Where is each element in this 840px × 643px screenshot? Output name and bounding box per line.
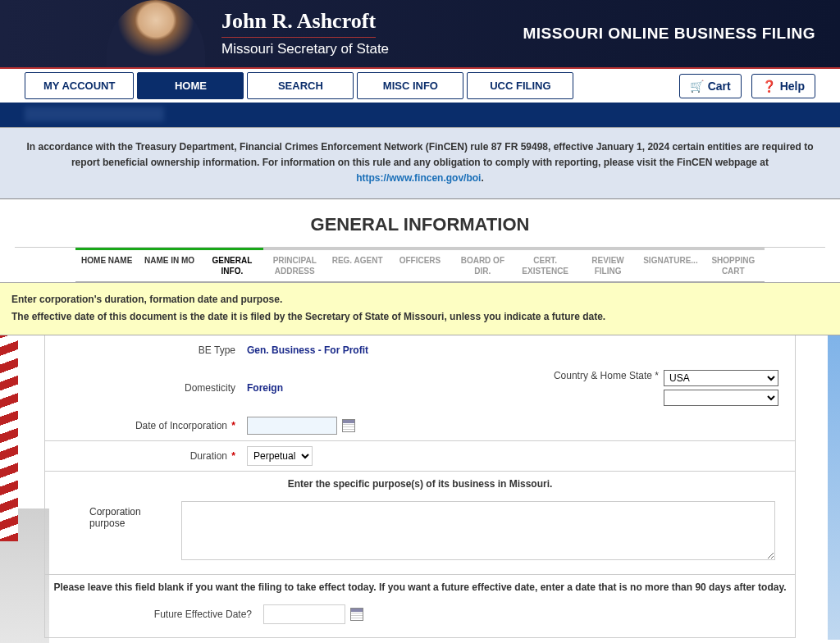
step-reg-agent[interactable]: REG. AGENT	[326, 248, 388, 281]
calendar-icon[interactable]	[342, 419, 355, 432]
nav-misc-info[interactable]: MISC INFO	[357, 72, 463, 99]
form-container: BE Type Gen. Business - For Profit Domes…	[44, 335, 796, 638]
domesticity-value: Foreign	[247, 382, 283, 394]
nav-my-account[interactable]: MY ACCOUNT	[25, 72, 134, 99]
domesticity-label: Domesticity	[45, 382, 242, 394]
fincen-link[interactable]: https://www.fincen.gov/boi	[356, 172, 481, 184]
be-type-label: BE Type	[45, 344, 242, 356]
step-board-of-dir[interactable]: BOARD OF DIR.	[451, 248, 514, 281]
purpose-textarea[interactable]	[181, 501, 775, 560]
wizard-steps: HOME NAME NAME IN MO GENERAL INFO. PRINC…	[75, 248, 765, 282]
home-state-select[interactable]	[664, 390, 778, 406]
cart-icon: 🛒	[690, 80, 704, 93]
step-general-info[interactable]: GENERAL INFO.	[201, 248, 263, 281]
calendar-icon[interactable]	[350, 608, 363, 621]
step-shopping-cart[interactable]: SHOPPING CART	[702, 248, 765, 281]
main-nav: MY ACCOUNT HOME SEARCH MISC INFO UCC FIL…	[0, 69, 840, 103]
step-signature[interactable]: SIGNATURE...	[639, 248, 701, 281]
doi-input[interactable]	[247, 417, 337, 435]
step-cert-existence[interactable]: CERT. EXISTENCE	[514, 248, 577, 281]
help-button[interactable]: ❓ Help	[751, 74, 815, 98]
purpose-label: Corporation purpose	[57, 501, 171, 563]
step-principal-address[interactable]: PRINCIPAL ADDRESS	[263, 248, 326, 281]
step-name-in-mo[interactable]: NAME IN MO	[138, 248, 200, 281]
instruction-line-1: Enter corporation's duration, formation …	[11, 291, 829, 309]
be-type-value: Gen. Business - For Profit	[247, 344, 368, 356]
cart-label: Cart	[708, 80, 731, 93]
step-officers[interactable]: OFFICERS	[389, 248, 451, 281]
country-select[interactable]: USA	[664, 370, 778, 386]
step-review-filing[interactable]: REVIEW FILING	[577, 248, 639, 281]
cart-button[interactable]: 🛒 Cart	[679, 74, 742, 98]
instruction-line-2: The effective date of this document is t…	[11, 308, 829, 326]
country-label: Country & Home State *	[554, 370, 659, 381]
help-icon: ❓	[762, 80, 776, 93]
doi-label: Date of Incorporation *	[45, 420, 242, 431]
nav-ucc-filing[interactable]: UCC FILING	[467, 72, 573, 99]
nav-home[interactable]: HOME	[137, 72, 244, 99]
purpose-heading: Enter the specific purpose(s) of its bus…	[45, 471, 795, 496]
duration-select[interactable]: Perpetual	[247, 446, 313, 466]
page-title: GENERAL INFORMATION	[15, 199, 825, 248]
official-title: Missouri Secretary of State	[221, 41, 389, 57]
step-home-name[interactable]: HOME NAME	[75, 248, 138, 281]
future-date-input[interactable]	[263, 604, 345, 624]
app-title: MISSOURI ONLINE BUSINESS FILING	[523, 25, 815, 43]
header-banner: John R. Ashcroft Missouri Secretary of S…	[0, 0, 840, 69]
official-photo	[107, 0, 205, 67]
nav-search[interactable]: SEARCH	[247, 72, 354, 99]
instructions-box: Enter corporation's duration, formation …	[0, 282, 840, 335]
user-bar	[0, 103, 840, 127]
notice-text: In accordance with the Treasury Departme…	[27, 141, 814, 168]
help-label: Help	[780, 80, 805, 93]
future-date-heading: Please leave this field blank if you wan…	[45, 574, 795, 600]
future-date-label: Future Effective Date?	[45, 609, 258, 620]
official-name: John R. Ashcroft	[221, 9, 376, 38]
duration-label: Duration *	[45, 450, 242, 462]
fincen-notice: In accordance with the Treasury Departme…	[0, 127, 840, 199]
